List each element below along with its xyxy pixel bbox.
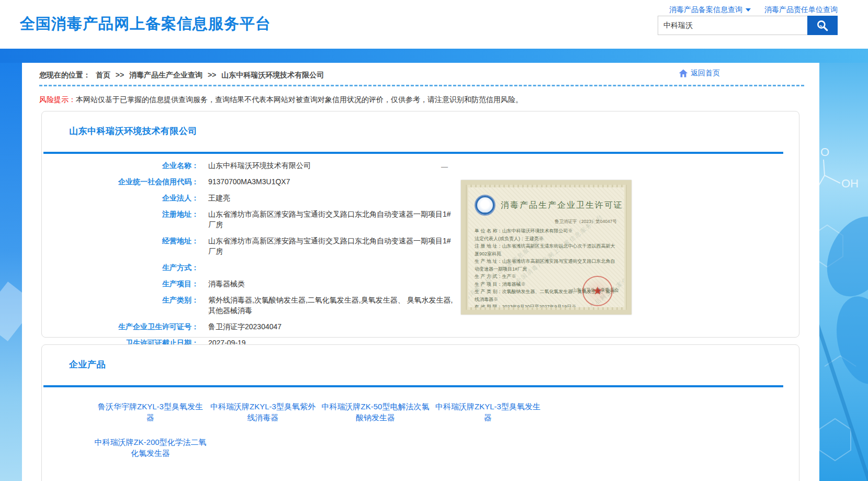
breadcrumb-separator: >> — [116, 71, 124, 79]
heading-rule — [43, 385, 783, 387]
svg-text:OH: OH — [841, 177, 859, 190]
company-field-row: 生产项目： 消毒器械类 — [42, 278, 799, 289]
field-label: 企业名称： — [42, 160, 199, 171]
field-value: 山东中科瑞沃环境技术有限公司 — [208, 160, 311, 171]
breadcrumb-separator: >> — [208, 71, 216, 79]
company-name-heading: 山东中科瑞沃环境技术有限公司 — [69, 125, 799, 137]
left-background-shape — [0, 282, 22, 341]
company-field-row: 经营地址： 山东省潍坊市高新区潍安路与宝通街交叉路口东北角自动变速器一期项目1#… — [42, 236, 799, 256]
product-link[interactable]: 鲁沃华宇牌ZKYL-3型臭氧发生器 — [94, 401, 207, 423]
product-link[interactable]: 中科瑞沃牌ZK-200型化学法二氧化氯发生器 — [94, 437, 207, 458]
field-value: 山东省潍坊市高新区潍安路与宝通街交叉路口东北角自动变速器一期项目1#厂房 — [208, 209, 454, 230]
hygiene-license-certificate-image: 全国消毒产品网上备案信息服务平台 全国消毒产品网上备案信息服务平台 全国消毒产品… — [461, 180, 632, 315]
company-field-row: 生产方式： — [42, 262, 799, 273]
breadcrumb-home[interactable]: 首页 — [96, 71, 110, 79]
red-seal-icon: ★ — [582, 276, 613, 306]
heading-rule — [43, 152, 783, 154]
company-fields: 企业名称： 山东中科瑞沃环境技术有限公司 企业统一社会信用代码： 9137070… — [42, 160, 799, 348]
certificate-paper: 全国消毒产品网上备案信息服务平台 全国消毒产品网上备案信息服务平台 全国消毒产品… — [468, 187, 624, 307]
certificate-field-row: 生 产 地 址：山东省潍坊市高新区潍安路与宝通街交叉路口东北角自动变速器一期项目… — [475, 258, 618, 273]
page-header: 全国消毒产品网上备案信息服务平台 消毒产品备案信息查询 消毒产品责任单位查询 — [0, 0, 868, 49]
field-value: 紫外线消毒器,次氯酸钠发生器,二氧化氯发生器,臭氧发生器、 臭氧水发生器,其他器… — [208, 295, 454, 316]
search-input[interactable] — [658, 16, 807, 35]
certificate-header: 消毒产品生产企业卫生许可证 — [475, 195, 618, 216]
company-products-card: 企业产品 鲁沃华宇牌ZKYL-3型臭氧发生器 中科瑞沃牌ZKYL-3型臭氧紫外线… — [41, 344, 799, 481]
search-button[interactable] — [807, 16, 838, 35]
nav-responsible-unit-query-label: 消毒产品责任单位查询 — [764, 5, 838, 15]
field-label: 生产项目： — [42, 278, 199, 289]
company-field-row: 注册地址： 山东省潍坊市高新区潍安路与宝通街交叉路口东北角自动变速器一期项目1#… — [42, 209, 799, 230]
svg-text:O: O — [820, 146, 829, 159]
product-list: 鲁沃华宇牌ZKYL-3型臭氧发生器 中科瑞沃牌ZKYL-3型臭氧紫外线消毒器 中… — [94, 401, 555, 472]
field-label: 企业统一社会信用代码： — [42, 176, 199, 187]
certificate-field-row: 单 位 名 称：山东中科瑞沃环境技术有限公司※ — [475, 227, 618, 235]
top-nav: 消毒产品备案信息查询 消毒产品责任单位查询 — [669, 5, 838, 15]
product-link[interactable]: 中科瑞沃牌ZK-50型电解法次氯酸钠发生器 — [319, 401, 432, 423]
risk-notice-label: 风险提示： — [39, 95, 76, 104]
dashed-divider — [39, 85, 804, 86]
field-label: 企业法人： — [42, 193, 199, 203]
seal-star: ★ — [592, 284, 603, 298]
company-info-card: 山东中科瑞沃环境技术有限公司 — 企业名称： 山东中科瑞沃环境技术有限公司 企业… — [41, 111, 799, 338]
field-value: 山东省潍坊市高新区潍安路与宝通街交叉路口东北角自动变速器一期项目1#厂房 — [208, 236, 454, 256]
breadcrumb-current: 山东中科瑞沃环境技术有限公司 — [221, 71, 324, 79]
site-title: 全国消毒产品网上备案信息服务平台 — [20, 14, 271, 35]
company-field-row: 生产企业卫生许可证号： 鲁卫消证字202304047 — [42, 321, 799, 332]
field-value: 91370700MA3M3U1QX7 — [208, 176, 290, 187]
product-link[interactable]: 中科瑞沃牌ZKYL-3型臭氧发生器 — [432, 401, 544, 423]
nav-filing-query-label: 消毒产品备案信息查询 — [669, 5, 742, 15]
risk-notice: 风险提示：本网站仅基于已掌握的信息提供查询服务，查询结果不代表本网站对被查询对象… — [39, 95, 772, 105]
field-value: 鲁卫消证字202304047 — [208, 321, 281, 332]
breadcrumb: 您现在的位置： 首页 >> 消毒产品生产企业查询 >> 山东中科瑞沃环境技术有限… — [39, 71, 327, 80]
back-home-label: 返回首页 — [691, 69, 720, 78]
search-bar — [658, 16, 838, 35]
nav-filing-query[interactable]: 消毒产品备案信息查询 — [669, 5, 751, 15]
breadcrumb-company-query[interactable]: 消毒产品生产企业查询 — [129, 71, 202, 79]
products-heading: 企业产品 — [69, 359, 799, 371]
field-label: 生产类别： — [42, 295, 199, 316]
health-emblem-icon — [475, 195, 495, 216]
field-label: 经营地址： — [42, 236, 199, 256]
field-label: 生产方式： — [42, 262, 199, 273]
right-background-chemistry: O OH — [819, 63, 868, 481]
molecule-illustration: O OH — [819, 63, 868, 481]
main-content: 您现在的位置： 首页 >> 消毒产品生产企业查询 >> 山东中科瑞沃环境技术有限… — [22, 63, 819, 481]
risk-notice-text: 本网站仅基于已掌握的信息提供查询服务，查询结果不代表本网站对被查询对象信用状况的… — [76, 95, 523, 104]
field-label: 注册地址： — [42, 209, 199, 230]
image-placeholder-dash: — — [441, 163, 448, 171]
chevron-down-icon — [746, 8, 751, 12]
company-field-row: 企业统一社会信用代码： 91370700MA3M3U1QX7 — [42, 176, 799, 187]
search-icon — [816, 19, 829, 32]
left-background — [0, 63, 22, 481]
field-value: 王建亮 — [208, 193, 230, 203]
company-field-row: 企业名称： 山东中科瑞沃环境技术有限公司 — [42, 160, 799, 171]
breadcrumb-prefix: 您现在的位置： — [39, 71, 91, 79]
product-link[interactable]: 中科瑞沃牌ZKYL-3型臭氧紫外线消毒器 — [207, 401, 319, 423]
company-field-row: 企业法人： 王建亮 — [42, 193, 799, 203]
field-value: 消毒器械类 — [208, 278, 245, 289]
blue-band — [0, 49, 868, 63]
certificate-title: 消毒产品生产企业卫生许可证 — [501, 200, 623, 211]
nav-responsible-unit-query[interactable]: 消毒产品责任单位查询 — [764, 5, 838, 15]
certificate-field-row: 法定代表人(或负责人)：王建亮※ — [475, 235, 618, 243]
home-icon — [678, 68, 689, 79]
field-label: 生产企业卫生许可证号： — [42, 321, 199, 332]
certificate-number: 鲁卫消证字（2023）第04047号 — [475, 219, 617, 225]
certificate-field-row: 注 册 地 址：山东省潍坊高新区玉清东街以北中心次干道以西高新大厦902室科苑 — [475, 242, 618, 258]
back-home-link[interactable]: 返回首页 — [678, 68, 720, 79]
certificate-border: 全国消毒产品网上备案信息服务平台 全国消毒产品网上备案信息服务平台 全国消毒产品… — [466, 185, 627, 310]
company-field-row: 生产类别： 紫外线消毒器,次氯酸钠发生器,二氧化氯发生器,臭氧发生器、 臭氧水发… — [42, 295, 799, 316]
